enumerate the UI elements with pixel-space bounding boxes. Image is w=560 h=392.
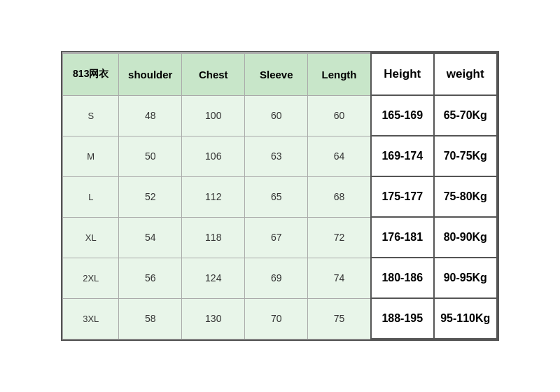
cell-sleeve: 63	[245, 136, 308, 176]
table-row: 2XL561246974180-18690-95Kg	[63, 258, 497, 298]
cell-weight: 90-95Kg	[434, 258, 497, 298]
cell-size: 3XL	[63, 298, 119, 339]
cell-weight: 70-75Kg	[434, 136, 497, 176]
cell-chest: 124	[182, 258, 245, 298]
cell-size: 2XL	[63, 258, 119, 298]
col-header-weight: weight	[434, 53, 497, 95]
size-chart-table: 813网衣 shoulder Chest Sleeve Length Heigh…	[62, 52, 498, 340]
cell-weight: 75-80Kg	[434, 176, 497, 217]
col-header-chest: Chest	[182, 53, 245, 95]
col-header-length: Length	[308, 53, 371, 95]
table-body: S481006060165-16965-70KgM501066364169-17…	[63, 95, 497, 339]
col-header-height: Height	[371, 53, 434, 95]
col-header-sleeve: Sleeve	[245, 53, 308, 95]
cell-chest: 106	[182, 136, 245, 176]
cell-size: M	[63, 136, 119, 176]
table-row: 3XL581307075188-19595-110Kg	[63, 298, 497, 339]
col-header-size: 813网衣	[63, 53, 119, 95]
size-chart-wrapper: 813网衣 shoulder Chest Sleeve Length Heigh…	[61, 51, 499, 341]
cell-height: 176-181	[371, 217, 434, 258]
cell-weight: 80-90Kg	[434, 217, 497, 258]
cell-sleeve: 65	[245, 176, 308, 217]
cell-length: 68	[308, 176, 371, 217]
cell-length: 64	[308, 136, 371, 176]
table-row: M501066364169-17470-75Kg	[63, 136, 497, 176]
cell-length: 60	[308, 95, 371, 136]
cell-length: 72	[308, 217, 371, 258]
cell-shoulder: 48	[119, 95, 182, 136]
cell-shoulder: 58	[119, 298, 182, 339]
table-header-row: 813网衣 shoulder Chest Sleeve Length Heigh…	[63, 53, 497, 95]
cell-sleeve: 60	[245, 95, 308, 136]
cell-weight: 95-110Kg	[434, 298, 497, 339]
cell-size: L	[63, 176, 119, 217]
cell-chest: 100	[182, 95, 245, 136]
cell-shoulder: 50	[119, 136, 182, 176]
cell-chest: 118	[182, 217, 245, 258]
cell-length: 75	[308, 298, 371, 339]
cell-size: S	[63, 95, 119, 136]
cell-chest: 112	[182, 176, 245, 217]
cell-shoulder: 54	[119, 217, 182, 258]
table-row: S481006060165-16965-70Kg	[63, 95, 497, 136]
cell-height: 188-195	[371, 298, 434, 339]
cell-height: 165-169	[371, 95, 434, 136]
cell-sleeve: 69	[245, 258, 308, 298]
cell-height: 180-186	[371, 258, 434, 298]
cell-height: 175-177	[371, 176, 434, 217]
col-header-shoulder: shoulder	[119, 53, 182, 95]
cell-sleeve: 67	[245, 217, 308, 258]
cell-shoulder: 56	[119, 258, 182, 298]
cell-height: 169-174	[371, 136, 434, 176]
cell-sleeve: 70	[245, 298, 308, 339]
cell-weight: 65-70Kg	[434, 95, 497, 136]
cell-chest: 130	[182, 298, 245, 339]
cell-size: XL	[63, 217, 119, 258]
table-row: XL541186772176-18180-90Kg	[63, 217, 497, 258]
cell-shoulder: 52	[119, 176, 182, 217]
cell-length: 74	[308, 258, 371, 298]
table-row: L521126568175-17775-80Kg	[63, 176, 497, 217]
